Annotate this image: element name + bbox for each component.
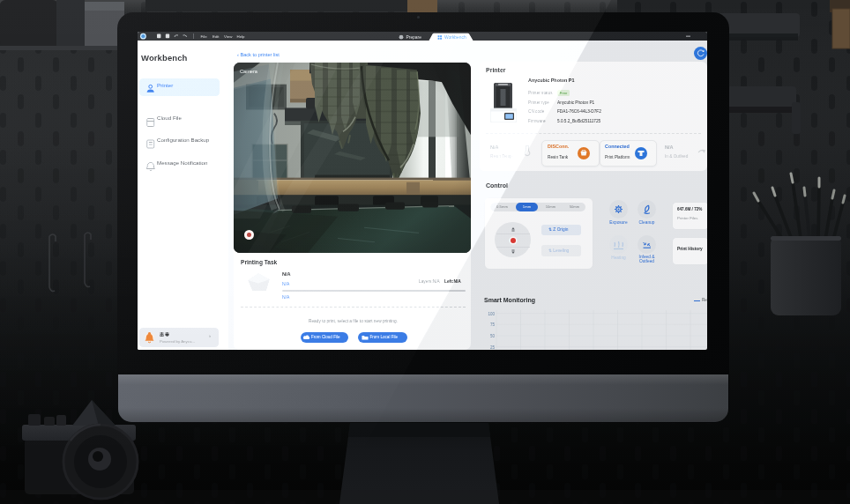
svg-text:Edit: Edit <box>212 34 220 39</box>
svg-text:75: 75 <box>490 322 496 327</box>
svg-text:100: 100 <box>488 312 495 316</box>
svg-text:50: 50 <box>490 334 496 338</box>
svg-text:Help: Help <box>237 34 246 39</box>
svg-text:25: 25 <box>490 345 496 350</box>
svg-text:Workbench: Workbench <box>444 35 466 40</box>
svg-text:View: View <box>224 34 233 39</box>
svg-text:Prepare: Prepare <box>406 35 422 40</box>
svg-text:File: File <box>201 34 208 39</box>
